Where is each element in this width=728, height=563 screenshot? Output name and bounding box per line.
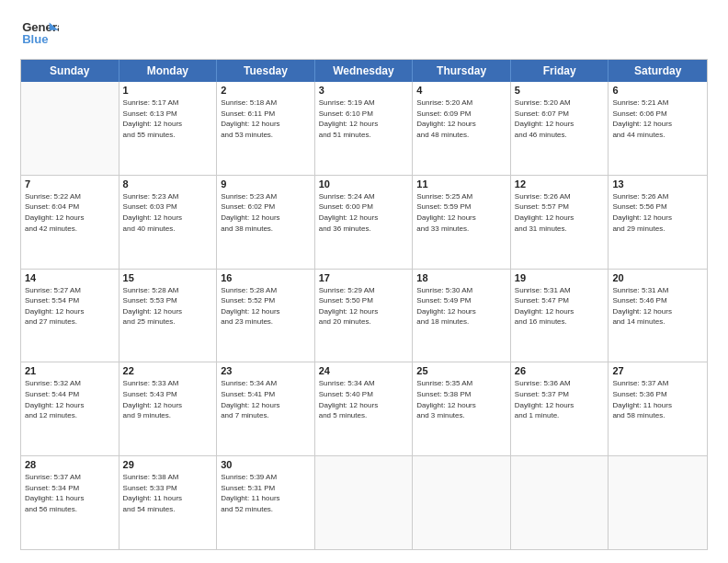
calendar-cell: 22Sunrise: 5:33 AM Sunset: 5:43 PM Dayli… [119,362,218,455]
day-number: 12 [515,178,605,190]
page: General Blue SundayMondayTuesdayWednesda… [0,0,728,563]
day-number: 7 [25,178,115,190]
day-number: 9 [221,178,311,190]
cell-info: Sunrise: 5:26 AM Sunset: 5:56 PM Dayligh… [612,191,703,234]
day-number: 30 [221,459,311,470]
calendar-cell: 14Sunrise: 5:27 AM Sunset: 5:54 PM Dayli… [21,270,119,362]
day-number: 29 [123,459,213,470]
cell-info: Sunrise: 5:31 AM Sunset: 5:47 PM Dayligh… [515,285,605,327]
day-number: 19 [515,272,605,283]
calendar-cell: 3Sunrise: 5:19 AM Sunset: 6:10 PM Daylig… [315,82,414,175]
cell-info: Sunrise: 5:39 AM Sunset: 5:31 PM Dayligh… [221,472,311,514]
cell-info: Sunrise: 5:37 AM Sunset: 5:34 PM Dayligh… [25,472,115,514]
cell-info: Sunrise: 5:37 AM Sunset: 5:36 PM Dayligh… [612,378,703,420]
calendar-cell: 19Sunrise: 5:31 AM Sunset: 5:47 PM Dayli… [511,270,609,362]
cell-info: Sunrise: 5:34 AM Sunset: 5:40 PM Dayligh… [319,378,409,420]
calendar-cell: 30Sunrise: 5:39 AM Sunset: 5:31 PM Dayli… [217,456,315,549]
calendar-cell: 20Sunrise: 5:31 AM Sunset: 5:46 PM Dayli… [609,270,707,362]
day-number: 6 [612,85,703,96]
day-number: 14 [25,272,115,283]
calendar-cell: 10Sunrise: 5:24 AM Sunset: 6:00 PM Dayli… [315,176,414,269]
day-number: 16 [221,272,311,283]
calendar-cell [413,456,511,549]
calendar-cell: 13Sunrise: 5:26 AM Sunset: 5:56 PM Dayli… [609,176,707,269]
calendar-cell: 28Sunrise: 5:37 AM Sunset: 5:34 PM Dayli… [21,456,119,549]
calendar-cell [511,456,609,549]
cell-info: Sunrise: 5:38 AM Sunset: 5:33 PM Dayligh… [123,472,213,514]
calendar: SundayMondayTuesdayWednesdayThursdayFrid… [20,59,708,550]
calendar-cell: 25Sunrise: 5:35 AM Sunset: 5:38 PM Dayli… [413,362,511,455]
calendar-cell: 18Sunrise: 5:30 AM Sunset: 5:49 PM Dayli… [413,270,511,362]
header: General Blue [20,17,708,50]
cell-info: Sunrise: 5:25 AM Sunset: 5:59 PM Dayligh… [416,191,506,234]
cell-info: Sunrise: 5:20 AM Sunset: 6:07 PM Dayligh… [515,98,605,140]
calendar-cell [609,456,707,549]
calendar-week-2: 7Sunrise: 5:22 AM Sunset: 6:04 PM Daylig… [21,176,707,270]
day-number: 17 [319,272,409,283]
day-number: 18 [416,272,506,283]
header-day-friday: Friday [511,60,609,82]
calendar-week-4: 21Sunrise: 5:32 AM Sunset: 5:44 PM Dayli… [21,362,707,456]
cell-info: Sunrise: 5:35 AM Sunset: 5:38 PM Dayligh… [416,378,506,420]
svg-text:Blue: Blue [22,32,48,46]
calendar-cell [315,456,414,549]
cell-info: Sunrise: 5:20 AM Sunset: 6:09 PM Dayligh… [416,98,506,140]
calendar-week-3: 14Sunrise: 5:27 AM Sunset: 5:54 PM Dayli… [21,270,707,363]
calendar-cell: 11Sunrise: 5:25 AM Sunset: 5:59 PM Dayli… [413,176,511,269]
calendar-week-5: 28Sunrise: 5:37 AM Sunset: 5:34 PM Dayli… [21,456,707,549]
header-day-saturday: Saturday [609,60,707,82]
cell-info: Sunrise: 5:17 AM Sunset: 6:13 PM Dayligh… [123,98,213,140]
day-number: 24 [319,365,409,376]
day-number: 28 [25,459,115,470]
calendar-cell: 5Sunrise: 5:20 AM Sunset: 6:07 PM Daylig… [511,82,609,175]
calendar-cell: 15Sunrise: 5:28 AM Sunset: 5:53 PM Dayli… [119,270,218,362]
day-number: 27 [612,365,703,376]
cell-info: Sunrise: 5:28 AM Sunset: 5:52 PM Dayligh… [221,285,311,327]
day-number: 5 [515,85,605,96]
cell-info: Sunrise: 5:21 AM Sunset: 6:06 PM Dayligh… [612,98,703,140]
cell-info: Sunrise: 5:28 AM Sunset: 5:53 PM Dayligh… [123,285,213,327]
cell-info: Sunrise: 5:30 AM Sunset: 5:49 PM Dayligh… [416,285,506,327]
cell-info: Sunrise: 5:22 AM Sunset: 6:04 PM Dayligh… [25,191,115,234]
day-number: 13 [612,178,703,190]
day-number: 22 [123,365,213,376]
header-day-monday: Monday [119,60,218,82]
cell-info: Sunrise: 5:29 AM Sunset: 5:50 PM Dayligh… [319,285,409,327]
day-number: 15 [123,272,213,283]
calendar-header-row: SundayMondayTuesdayWednesdayThursdayFrid… [21,60,707,82]
header-day-thursday: Thursday [413,60,511,82]
cell-info: Sunrise: 5:36 AM Sunset: 5:37 PM Dayligh… [515,378,605,420]
calendar-cell: 9Sunrise: 5:23 AM Sunset: 6:02 PM Daylig… [217,176,315,269]
day-number: 8 [123,178,213,190]
calendar-cell: 17Sunrise: 5:29 AM Sunset: 5:50 PM Dayli… [315,270,414,362]
calendar-cell: 6Sunrise: 5:21 AM Sunset: 6:06 PM Daylig… [609,82,707,175]
calendar-cell: 21Sunrise: 5:32 AM Sunset: 5:44 PM Dayli… [21,362,119,455]
calendar-cell: 26Sunrise: 5:36 AM Sunset: 5:37 PM Dayli… [511,362,609,455]
logo-icon: General Blue [20,17,59,50]
calendar-cell: 8Sunrise: 5:23 AM Sunset: 6:03 PM Daylig… [119,176,218,269]
cell-info: Sunrise: 5:32 AM Sunset: 5:44 PM Dayligh… [25,378,115,420]
day-number: 21 [25,365,115,376]
cell-info: Sunrise: 5:18 AM Sunset: 6:11 PM Dayligh… [221,98,311,140]
cell-info: Sunrise: 5:23 AM Sunset: 6:03 PM Dayligh… [123,191,213,234]
logo: General Blue [20,17,59,50]
cell-info: Sunrise: 5:34 AM Sunset: 5:41 PM Dayligh… [221,378,311,420]
calendar-cell: 7Sunrise: 5:22 AM Sunset: 6:04 PM Daylig… [21,176,119,269]
calendar-cell [21,82,119,175]
day-number: 20 [612,272,703,283]
day-number: 10 [319,178,409,190]
cell-info: Sunrise: 5:26 AM Sunset: 5:57 PM Dayligh… [515,191,605,234]
calendar-cell: 16Sunrise: 5:28 AM Sunset: 5:52 PM Dayli… [217,270,315,362]
cell-info: Sunrise: 5:33 AM Sunset: 5:43 PM Dayligh… [123,378,213,420]
day-number: 23 [221,365,311,376]
cell-info: Sunrise: 5:19 AM Sunset: 6:10 PM Dayligh… [319,98,409,140]
calendar-cell: 4Sunrise: 5:20 AM Sunset: 6:09 PM Daylig… [413,82,511,175]
header-day-tuesday: Tuesday [217,60,315,82]
cell-info: Sunrise: 5:23 AM Sunset: 6:02 PM Dayligh… [221,191,311,234]
calendar-cell: 2Sunrise: 5:18 AM Sunset: 6:11 PM Daylig… [217,82,315,175]
day-number: 1 [123,85,213,96]
calendar-body: 1Sunrise: 5:17 AM Sunset: 6:13 PM Daylig… [21,82,707,549]
day-number: 3 [319,85,409,96]
calendar-week-1: 1Sunrise: 5:17 AM Sunset: 6:13 PM Daylig… [21,82,707,176]
cell-info: Sunrise: 5:31 AM Sunset: 5:46 PM Dayligh… [612,285,703,327]
